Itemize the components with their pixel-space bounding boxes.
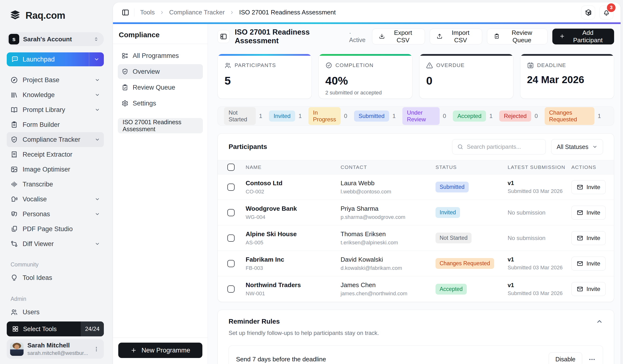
sidebar-item-compliance-tracker[interactable]: Compliance Tracker xyxy=(7,132,104,147)
library-icon xyxy=(11,91,18,99)
invite-button[interactable]: Invite xyxy=(571,257,606,271)
chevron-down-icon xyxy=(95,107,100,112)
notifications-button[interactable]: 3 xyxy=(600,5,613,20)
contact-email: d.kowalski@fabrikam.com xyxy=(341,265,436,271)
divider xyxy=(134,8,134,17)
current-user-card[interactable]: Sarah Mitchell sarah.mitchell@westbur... xyxy=(7,339,104,359)
invite-button[interactable]: Invite xyxy=(571,206,606,220)
avatar xyxy=(10,342,23,356)
new-programme-button[interactable]: New Programme xyxy=(118,343,202,358)
sidebar-item-project-base[interactable]: Project Base xyxy=(7,73,104,87)
add-participant-button[interactable]: Add Participant xyxy=(552,29,614,44)
compliance-nav-all-programmes[interactable]: All Programmes xyxy=(118,48,203,63)
user-menu-button[interactable] xyxy=(92,345,100,353)
sidebar-item-tool-ideas[interactable]: Tool Ideas xyxy=(7,270,104,285)
sidebar-item-label: Diff Viewer xyxy=(22,240,90,248)
plus-icon xyxy=(559,33,565,40)
row-checkbox[interactable] xyxy=(227,260,235,267)
status-count: 1 xyxy=(393,113,396,119)
status-chip-under-review[interactable]: Under Review xyxy=(402,107,440,125)
status-chip-in-progress[interactable]: In Progress xyxy=(308,107,341,125)
sidebar-item-label: Users xyxy=(22,308,100,316)
launchpad-expand[interactable] xyxy=(89,52,104,66)
brand-name: Raq.com xyxy=(25,10,65,21)
check-circle-icon xyxy=(325,62,332,69)
compliance-nav-overview[interactable]: Overview xyxy=(118,64,203,79)
status-chip-not-started[interactable]: Not Started xyxy=(224,107,256,125)
submission-date: Submitted 03 Mar 2026 xyxy=(508,290,571,297)
more-options-button[interactable] xyxy=(588,356,596,363)
sidebar-item-receipt-extractor[interactable]: Receipt Extractor xyxy=(7,147,104,162)
package-search-button[interactable] xyxy=(581,5,595,20)
sidebar-item-pdf-page-studio[interactable]: PDF Page Studio xyxy=(7,221,104,236)
stats-row: PARTICIPANTS 5 COMPLETION 40% 2 submitte… xyxy=(218,54,614,99)
programme-item-iso-27001[interactable]: ISO 27001 Readiness Assessment xyxy=(118,118,203,133)
invite-button[interactable]: Invite xyxy=(571,180,606,194)
column-header-name: NAME xyxy=(246,164,341,170)
import-csv-button[interactable]: Import CSV xyxy=(430,29,482,44)
stat-value: 40% xyxy=(325,74,406,87)
sidebar-item-users[interactable]: Users xyxy=(7,305,104,320)
sidebar-item-label: Prompt Library xyxy=(22,106,90,114)
submission-version: v1 xyxy=(508,256,571,263)
speech-icon xyxy=(11,195,18,203)
compliance-nav-settings[interactable]: Settings xyxy=(118,96,203,111)
row-checkbox[interactable] xyxy=(227,235,235,242)
compliance-nav-review-queue[interactable]: Review Queue xyxy=(118,80,203,95)
status-chip-rejected[interactable]: Rejected xyxy=(499,110,531,122)
disable-rule-button[interactable]: Disable xyxy=(549,352,582,364)
row-checkbox[interactable] xyxy=(227,184,235,191)
pages-icon xyxy=(11,225,18,233)
sidebar-item-diff-viewer[interactable]: Diff Viewer xyxy=(7,236,104,251)
launchpad-button[interactable]: Launchpad xyxy=(7,52,104,66)
audio-lines-icon xyxy=(11,181,18,188)
status-chip-accepted[interactable]: Accepted xyxy=(453,110,486,122)
table-row: Woodgrove BankWG-004 Priya Sharmap.sharm… xyxy=(218,200,614,225)
review-queue-button[interactable]: Review Queue xyxy=(487,29,548,44)
community-section-label: Community xyxy=(11,261,104,268)
status-filter-dropdown[interactable]: All Statuses xyxy=(551,139,603,154)
compliance-sidebar-title: Compliance xyxy=(119,31,202,39)
chevron-up-icon[interactable] xyxy=(596,318,603,325)
sidebar-item-form-builder[interactable]: Form Builder xyxy=(7,117,104,132)
accent-gradient-bar xyxy=(113,22,621,24)
status-chip-changes-requested[interactable]: Changes Requested xyxy=(545,107,594,125)
chevron-down-icon xyxy=(95,77,100,83)
sidebar-item-image-optimiser[interactable]: Image Optimiser xyxy=(7,162,104,177)
sidebar-item-prompt-library[interactable]: Prompt Library xyxy=(7,102,104,117)
table-header: NAME CONTACT STATUS LATEST SUBMISSION AC… xyxy=(218,160,614,174)
sidebar-item-transcribe[interactable]: Transcribe xyxy=(7,177,104,192)
package-search-icon xyxy=(584,9,592,16)
download-icon xyxy=(379,33,385,40)
status-chip-invited[interactable]: Invited xyxy=(269,110,295,122)
status-chip-submitted[interactable]: Submitted xyxy=(354,110,389,122)
invite-button[interactable]: Invite xyxy=(571,282,606,296)
sidebar-item-vocalise[interactable]: Vocalise xyxy=(7,192,104,207)
reminder-rules-subtitle: Set up friendly follow-ups to help parti… xyxy=(229,330,603,336)
search-input[interactable] xyxy=(467,143,541,150)
row-checkbox[interactable] xyxy=(227,285,235,293)
participants-panel: Participants All Statuses NAME CONTACT S… xyxy=(218,133,614,302)
sidebar-item-knowledge[interactable]: Knowledge xyxy=(7,87,104,102)
stat-value: 24 Mar 2026 xyxy=(527,74,607,86)
participant-search[interactable] xyxy=(452,139,546,154)
panel-left-icon[interactable] xyxy=(120,7,131,18)
invite-button[interactable]: Invite xyxy=(571,231,606,245)
breadcrumb-compliance-tracker[interactable]: Compliance Tracker xyxy=(169,9,225,16)
breadcrumb-tools[interactable]: Tools xyxy=(140,9,155,16)
admin-section-label: Admin xyxy=(11,296,104,302)
page-title: ISO 27001 Readiness Assessment xyxy=(235,28,345,45)
invite-label: Invite xyxy=(586,235,600,241)
panel-left-close-icon[interactable] xyxy=(218,30,229,43)
account-label: Sarah's Account xyxy=(23,36,89,43)
select-all-checkbox[interactable] xyxy=(227,164,235,171)
sidebar-item-personas[interactable]: Personas xyxy=(7,207,104,221)
stat-label: DEADLINE xyxy=(537,62,566,68)
users-icon xyxy=(224,62,231,69)
mail-icon xyxy=(577,260,583,267)
account-avatar: s xyxy=(9,34,19,44)
select-tools-button[interactable]: Select Tools 24/24 xyxy=(7,321,104,336)
row-checkbox[interactable] xyxy=(227,209,235,216)
export-csv-button[interactable]: Export CSV xyxy=(372,29,425,44)
account-switcher[interactable]: s Sarah's Account xyxy=(7,32,104,46)
